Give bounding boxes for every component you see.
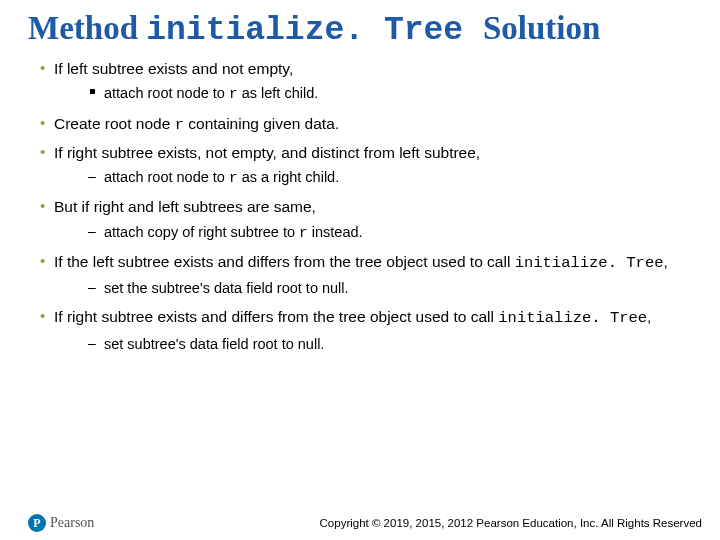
title-post: Solution (483, 10, 600, 46)
sub-bullet-item: attach root node to r as left child. (90, 84, 692, 103)
sub-bullet-list: attach root node to r as a right child. (54, 168, 692, 187)
code-inline: r (229, 170, 238, 186)
code-inline: r (175, 116, 184, 134)
footer: P Pearson Copyright © 2019, 2015, 2012 P… (0, 514, 702, 532)
pearson-logo: P Pearson (28, 514, 94, 532)
bullet-item: If the left subtree exists and differs f… (40, 252, 692, 298)
bullet-item: But if right and left subtrees are same,… (40, 197, 692, 242)
sub-bullet-item: attach copy of right subtree to r instea… (90, 223, 692, 242)
pearson-logo-text: Pearson (50, 515, 94, 531)
bullet-item: Create root node r containing given data… (40, 114, 692, 135)
sub-bullet-list: set subtree's data field root to null. (54, 335, 692, 353)
sub-bullet-item: attach root node to r as a right child. (90, 168, 692, 187)
slide-title: Method initialize. Tree Solution (28, 10, 692, 49)
sub-bullet-item: set subtree's data field root to null. (90, 335, 692, 353)
bullet-item: If right subtree exists and differs from… (40, 307, 692, 353)
bullet-list: If left subtree exists and not empty,att… (28, 59, 692, 353)
bullet-item: If right subtree exists, not empty, and … (40, 143, 692, 188)
sub-bullet-item: set the subtree's data field root to nul… (90, 279, 692, 297)
title-pre: Method (28, 10, 146, 46)
sub-bullet-list: attach root node to r as left child. (54, 84, 692, 103)
code-inline: r (299, 225, 308, 241)
title-mono: initialize. Tree (146, 12, 483, 49)
sub-bullet-list: attach copy of right subtree to r instea… (54, 223, 692, 242)
copyright-text: Copyright © 2019, 2015, 2012 Pearson Edu… (320, 517, 702, 529)
pearson-p: P (33, 517, 40, 529)
slide: Method initialize. Tree Solution If left… (0, 0, 720, 540)
pearson-logo-icon: P (28, 514, 46, 532)
sub-bullet-list: set the subtree's data field root to nul… (54, 279, 692, 297)
code-inline: r (229, 86, 238, 102)
code-inline: initialize. Tree (515, 254, 664, 272)
code-inline: initialize. Tree (498, 309, 647, 327)
bullet-item: If left subtree exists and not empty,att… (40, 59, 692, 104)
